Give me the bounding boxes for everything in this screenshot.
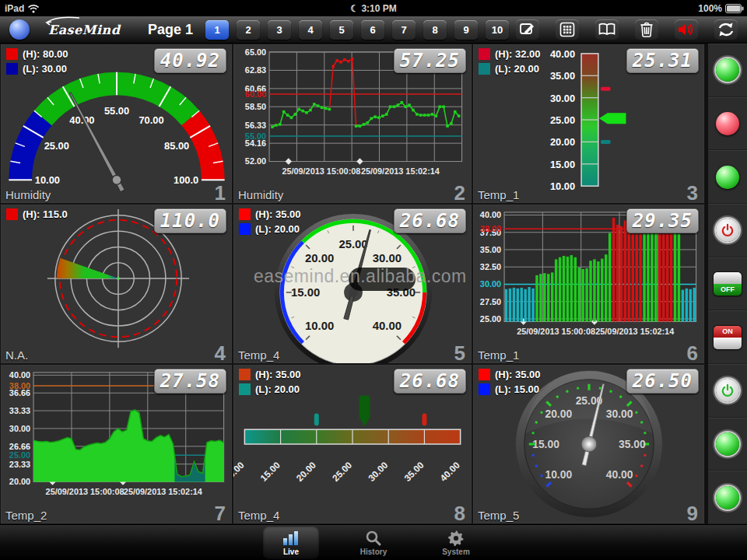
- indicator-led-1[interactable]: [708, 44, 747, 97]
- page-button-5[interactable]: 5: [330, 20, 353, 40]
- sound-icon[interactable]: [675, 19, 698, 40]
- legend-row: (L): 20.00: [239, 383, 301, 395]
- panel-title: Temp_4: [238, 348, 279, 362]
- legend-row: (L): 15.00: [479, 383, 541, 395]
- digital-value-display: 26.50: [626, 369, 699, 394]
- svg-text:25.00: 25.00: [330, 460, 354, 484]
- legend-label: (L): 20.00: [495, 63, 539, 75]
- indicator-led-3[interactable]: [708, 150, 747, 204]
- svg-text:100.0: 100.0: [174, 174, 198, 186]
- svg-text:26.66: 26.66: [9, 442, 30, 451]
- power-button-red[interactable]: [708, 204, 747, 257]
- svg-text:10.00: 10.00: [35, 174, 60, 186]
- temp1-thermometer-panel[interactable]: 40.0035.0030.0025.0020.0015.0010.00 (H):…: [472, 44, 705, 204]
- svg-text:30.00: 30.00: [9, 424, 30, 433]
- book-icon[interactable]: [595, 19, 619, 40]
- digital-value-display: 110.0: [154, 208, 226, 233]
- temp2-area-chart-panel[interactable]: 40.0036.6633.3330.0026.6623.3320.0038.00…: [0, 364, 233, 524]
- svg-text:20.00: 20.00: [9, 477, 30, 486]
- humidity-line-chart-panel[interactable]: 65.0062.8360.6658.5056.3354.1652.0060.00…: [233, 44, 472, 204]
- legend-swatch: [239, 369, 251, 380]
- legend-label: (H): 35.00: [255, 369, 301, 380]
- indicator-led-4[interactable]: [708, 418, 747, 471]
- green-led-icon: [716, 58, 739, 82]
- tab-system[interactable]: System: [428, 527, 484, 559]
- power-button-green[interactable]: [708, 364, 747, 418]
- legend-swatch: [479, 383, 490, 395]
- indicator-led-2[interactable]: [708, 97, 747, 151]
- svg-text:30.00: 30.00: [550, 93, 575, 104]
- svg-text:20.00: 20.00: [294, 460, 318, 484]
- svg-text:30.00: 30.00: [373, 252, 402, 264]
- humidity-arc-gauge-panel[interactable]: 10.0025.0040.0055.0070.0085.00100.0 (H):…: [0, 44, 233, 204]
- svg-text:40.00: 40.00: [438, 460, 462, 484]
- legend-swatch: [239, 383, 251, 395]
- svg-text:25.00: 25.00: [44, 140, 69, 152]
- panel-title: N.A.: [5, 348, 28, 362]
- legend-row: (L): 20.00: [479, 63, 541, 75]
- svg-text:23.33: 23.33: [9, 460, 30, 469]
- panel-number: 7: [215, 502, 226, 524]
- svg-text:25.00: 25.00: [550, 114, 575, 126]
- panel-number: 4: [215, 341, 226, 364]
- svg-text:25.00: 25.00: [9, 450, 30, 460]
- time-label: 3:10 PM: [361, 3, 396, 14]
- temp1-bar-chart-panel[interactable]: 40.0037.5035.0032.5027.5025.0038.0030.00…: [472, 204, 705, 364]
- panel-legend: (H): 35.00(L): 15.00: [479, 369, 541, 398]
- na-radar-panel[interactable]: (H): 115.0 110.0 N.A. 4: [0, 204, 233, 364]
- legend-swatch: [239, 208, 251, 220]
- svg-text:60.00: 60.00: [245, 89, 266, 99]
- page-button-3[interactable]: 3: [268, 20, 291, 40]
- svg-text:62.83: 62.83: [245, 65, 266, 75]
- battery-icon: [725, 4, 744, 13]
- temp4-dial-gauge-panel[interactable]: 10.0015.0020.0025.0030.0035.0040.00 (H):…: [233, 204, 472, 364]
- svg-text:35.00: 35.00: [402, 460, 426, 484]
- svg-text:65.00: 65.00: [245, 47, 266, 57]
- rocker-switch-on-icon: ON: [714, 326, 742, 349]
- svg-text:32.50: 32.50: [480, 262, 501, 271]
- tab-history[interactable]: History: [345, 527, 402, 559]
- grid-icon[interactable]: [556, 19, 579, 40]
- page-button-9[interactable]: 9: [454, 20, 478, 40]
- svg-text:25.00: 25.00: [338, 238, 367, 250]
- home-orb-button[interactable]: [9, 19, 30, 40]
- digital-value-display: 26.68: [394, 369, 466, 394]
- page-button-1[interactable]: 1: [205, 20, 229, 40]
- legend-row: (L): 30.00: [6, 63, 68, 75]
- page-button-7[interactable]: 7: [392, 20, 416, 40]
- legend-label: (H): 32.00: [495, 48, 541, 60]
- temp4-hbar-gauge-panel[interactable]: 10.0015.0020.0025.0030.0035.0040.00 (H):…: [233, 364, 472, 524]
- trash-icon[interactable]: [635, 19, 658, 40]
- switch-off[interactable]: OFF: [708, 257, 747, 311]
- panel-legend: (H): 35.00(L): 20.00: [239, 208, 301, 238]
- svg-text:10.00: 10.00: [233, 460, 247, 484]
- status-bar: iPad ☾ 3:10 PM 100%: [0, 0, 747, 16]
- page-button-2[interactable]: 2: [237, 20, 260, 40]
- svg-text:40.00: 40.00: [606, 468, 633, 481]
- svg-text:85.00: 85.00: [164, 140, 189, 152]
- control-button-strip: OFFON: [705, 44, 747, 524]
- edit-icon[interactable]: [516, 19, 539, 40]
- rocker-switch-off-icon: OFF: [714, 272, 742, 296]
- page-button-6[interactable]: 6: [361, 20, 384, 40]
- temp5-dial-gauge-panel[interactable]: 10.0015.0020.0025.0030.0035.0040.00 (H):…: [472, 364, 705, 524]
- battery-percent: 100%: [698, 3, 722, 14]
- svg-text:15.00: 15.00: [258, 460, 282, 484]
- page-button-10[interactable]: 10: [486, 20, 509, 40]
- easemind-app-screen: iPad ☾ 3:10 PM 100% EaseMind Page: [0, 0, 747, 560]
- legend-row: (H): 35.00: [239, 208, 301, 220]
- page-button-4[interactable]: 4: [299, 20, 322, 40]
- digital-value-display: 29.35: [626, 208, 699, 233]
- svg-text:25/09/2013 15:02:14: 25/09/2013 15:02:14: [124, 487, 202, 496]
- tab-live[interactable]: Live: [263, 527, 319, 559]
- svg-text:40.00: 40.00: [550, 48, 575, 60]
- digital-value-display: 26.68: [394, 208, 466, 233]
- page-button-8[interactable]: 8: [423, 20, 447, 40]
- legend-label: (L): 15.00: [495, 383, 539, 395]
- svg-text:25/09/2013 15:00:08: 25/09/2013 15:00:08: [517, 327, 595, 336]
- switch-on[interactable]: ON: [708, 310, 747, 364]
- sync-icon[interactable]: [714, 19, 738, 40]
- indicator-led-5[interactable]: [708, 471, 747, 524]
- svg-text:38.00: 38.00: [9, 381, 30, 390]
- panel-title: Humidity: [5, 188, 51, 201]
